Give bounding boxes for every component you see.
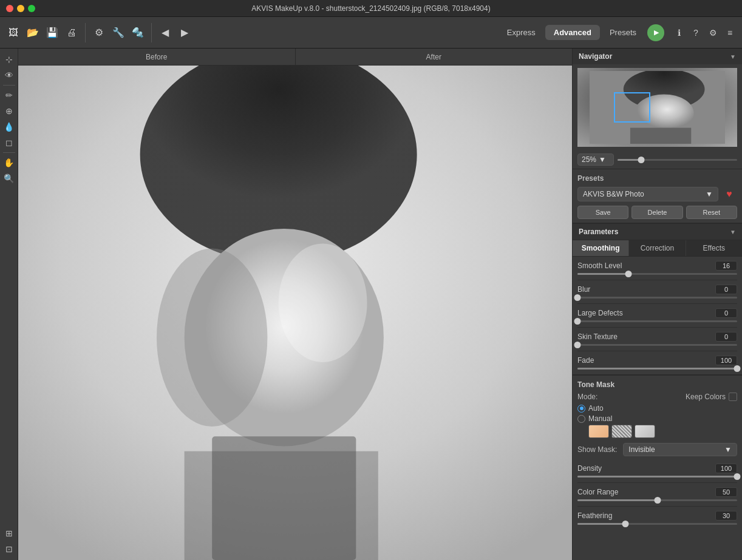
- eye-icon[interactable]: 👁: [2, 68, 16, 83]
- tab-smoothing[interactable]: Smoothing: [573, 240, 629, 256]
- color-range-value[interactable]: 50: [715, 487, 737, 497]
- parameters-header[interactable]: Parameters ▼: [573, 223, 742, 240]
- smooth-level-track[interactable]: [577, 273, 737, 275]
- zoom-icon[interactable]: 🔍: [2, 171, 16, 186]
- open-file-icon[interactable]: 📂: [24, 24, 41, 41]
- zoom-slider-thumb[interactable]: [638, 157, 645, 163]
- density-label: Density: [577, 464, 602, 473]
- navigator-section: Navigator ▼: [573, 49, 742, 169]
- blur-value[interactable]: 0: [715, 285, 737, 294]
- tone-mask-mode-row: Mode: Keep Colors: [577, 393, 737, 401]
- presets-label: Presets: [577, 174, 737, 183]
- undo-icon[interactable]: ◀: [157, 24, 174, 41]
- toolbar-separator-2: [151, 23, 152, 42]
- eraser-icon[interactable]: ◻: [2, 135, 16, 150]
- light-swatch[interactable]: [635, 425, 655, 438]
- feathering-row: Feathering 30: [577, 507, 737, 530]
- dropper-icon[interactable]: 💧: [2, 120, 16, 134]
- show-mask-dropdown[interactable]: Invisible ▼: [623, 443, 737, 456]
- preset-dropdown[interactable]: AKVIS B&W Photo ▼: [577, 187, 718, 201]
- navigator-header[interactable]: Navigator ▼: [573, 49, 742, 64]
- canvas-content[interactable]: [18, 66, 572, 560]
- plugin-icon[interactable]: 🔩: [129, 24, 146, 41]
- fade-row: Fade 100: [577, 351, 737, 374]
- tab-express[interactable]: Express: [499, 25, 544, 40]
- new-file-icon[interactable]: 🖼: [5, 24, 22, 41]
- tab-advanced[interactable]: Advanced: [545, 25, 600, 40]
- batch-icon[interactable]: ⚙: [90, 24, 107, 41]
- redo-icon[interactable]: ▶: [176, 24, 193, 41]
- plugin-settings-icon[interactable]: ≡: [723, 25, 737, 40]
- skin-texture-value[interactable]: 0: [715, 332, 737, 342]
- color-range-label: Color Range: [577, 488, 618, 496]
- blur-thumb[interactable]: [574, 294, 581, 301]
- auto-radio-button[interactable]: [577, 405, 585, 413]
- auto-radio-label: Auto: [588, 404, 604, 413]
- manual-radio-row: Manual: [577, 414, 737, 423]
- close-button[interactable]: [6, 5, 13, 12]
- preset-row: AKVIS B&W Photo ▼ ♥: [577, 186, 737, 202]
- crop-icon[interactable]: ⊹: [2, 52, 16, 67]
- feathering-value[interactable]: 30: [715, 511, 737, 521]
- canvas-image: [18, 66, 572, 560]
- large-defects-thumb[interactable]: [574, 318, 581, 325]
- density-thumb[interactable]: [734, 473, 741, 480]
- smooth-level-label: Smooth Level: [577, 261, 622, 270]
- save-file-icon[interactable]: 💾: [44, 24, 61, 41]
- smooth-level-label-row: Smooth Level 16: [577, 261, 737, 271]
- color-range-thumb[interactable]: [654, 497, 661, 504]
- fade-track[interactable]: [577, 368, 737, 369]
- minimize-button[interactable]: [17, 5, 24, 12]
- zoom-chevron-icon: ▼: [599, 155, 606, 164]
- pattern-swatch[interactable]: [611, 425, 632, 438]
- stamp-icon[interactable]: ⊕: [2, 104, 16, 118]
- smooth-level-fill: [577, 273, 628, 275]
- svg-point-6: [279, 243, 367, 362]
- preferences-icon[interactable]: ⚙: [706, 25, 720, 40]
- density-track[interactable]: [577, 476, 737, 477]
- preset-selected-value: AKVIS B&W Photo: [583, 190, 644, 198]
- navigator-thumbnail[interactable]: [577, 68, 737, 147]
- skin-color-swatch[interactable]: [588, 425, 609, 438]
- smooth-level-thumb[interactable]: [625, 271, 632, 277]
- fade-value[interactable]: 100: [715, 356, 737, 365]
- feathering-thumb[interactable]: [622, 521, 628, 527]
- reset-preset-button[interactable]: Reset: [686, 206, 737, 219]
- save-preset-button[interactable]: Save: [577, 206, 628, 219]
- navigator-viewport[interactable]: [614, 92, 650, 123]
- show-mask-row: Show Mask: Invisible ▼: [577, 443, 737, 456]
- view-tab-group: Express Advanced Presets: [499, 25, 645, 40]
- delete-preset-button[interactable]: Delete: [631, 206, 682, 219]
- play-button[interactable]: [647, 24, 664, 41]
- before-label: Before: [18, 49, 296, 65]
- tab-presets[interactable]: Presets: [601, 25, 645, 40]
- color-range-track[interactable]: [577, 499, 737, 501]
- fade-thumb[interactable]: [734, 365, 741, 372]
- blur-track[interactable]: [577, 297, 737, 299]
- tab-effects[interactable]: Effects: [686, 240, 742, 256]
- large-defects-value[interactable]: 0: [715, 308, 737, 318]
- grid-icon[interactable]: ⊡: [2, 542, 16, 556]
- skin-texture-thumb[interactable]: [574, 342, 581, 348]
- brush-icon[interactable]: ✏: [2, 88, 16, 103]
- skin-texture-track[interactable]: [577, 344, 737, 346]
- color-range-label-row: Color Range 50: [577, 487, 737, 497]
- density-value[interactable]: 100: [715, 464, 737, 473]
- tab-correction[interactable]: Correction: [629, 240, 686, 256]
- maximize-button[interactable]: [28, 5, 35, 12]
- hand-icon[interactable]: ✋: [2, 155, 16, 170]
- info-icon[interactable]: ℹ: [672, 25, 686, 40]
- zoom-value: 25%: [582, 155, 596, 164]
- zoom-slider-track[interactable]: [618, 159, 737, 161]
- manual-radio-button[interactable]: [577, 415, 585, 423]
- keep-colors-checkbox[interactable]: [729, 393, 737, 401]
- view-toggle-icon[interactable]: ⊞: [2, 526, 16, 541]
- feathering-track[interactable]: [577, 523, 737, 525]
- zoom-dropdown[interactable]: 25% ▼: [577, 153, 614, 166]
- print-icon[interactable]: 🖨: [63, 24, 80, 41]
- large-defects-track[interactable]: [577, 320, 737, 322]
- help-icon[interactable]: ?: [689, 25, 703, 40]
- smooth-level-value[interactable]: 16: [715, 261, 737, 271]
- settings-icon[interactable]: 🔧: [110, 24, 127, 41]
- favorite-icon[interactable]: ♥: [721, 186, 737, 202]
